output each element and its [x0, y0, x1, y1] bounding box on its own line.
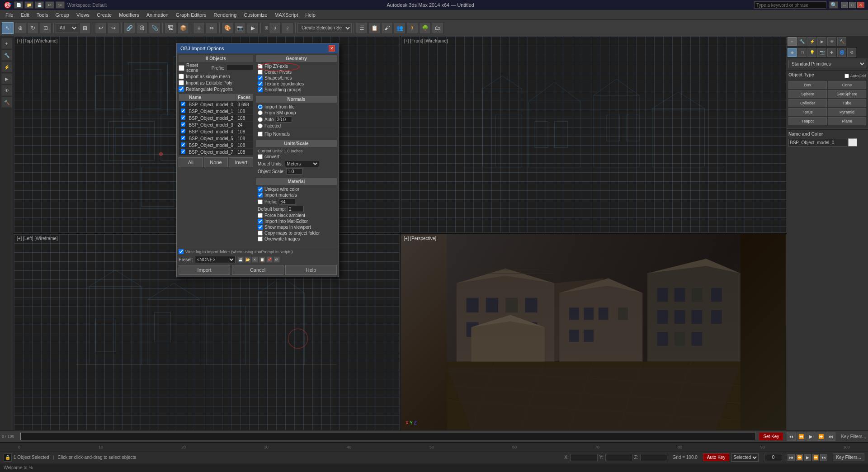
- minimize-button[interactable]: ─: [841, 2, 848, 8]
- menu-tools[interactable]: Tools: [33, 11, 52, 19]
- preset-save-btn[interactable]: 💾: [237, 256, 244, 263]
- menu-rendering[interactable]: Rendering: [210, 11, 241, 19]
- save-btn[interactable]: 💾: [35, 1, 44, 9]
- geometry-subtab[interactable]: ◆: [788, 48, 797, 57]
- editable-poly-checkbox[interactable]: [179, 80, 184, 85]
- modify-panel-tab[interactable]: 🔧: [797, 37, 807, 46]
- obj-teapot[interactable]: Teapot: [788, 117, 827, 125]
- menu-file[interactable]: File: [2, 11, 17, 19]
- goto-start-btn[interactable]: ⏮: [787, 432, 796, 441]
- table-row[interactable]: BSP_Object_model_0 3.698: [179, 101, 253, 108]
- flip-zy-checkbox[interactable]: [258, 64, 263, 69]
- hierarchy-panel[interactable]: ⚡: [1, 61, 12, 72]
- create-panel[interactable]: +: [1, 38, 12, 49]
- preset-select[interactable]: <NONE>: [195, 256, 236, 263]
- obj-pyramid[interactable]: Pyramid: [828, 108, 866, 116]
- y-coord[interactable]: [605, 454, 632, 461]
- layer-mgr[interactable]: 📋: [368, 22, 380, 34]
- object-name-input[interactable]: [788, 139, 847, 146]
- import-materials-checkbox[interactable]: [258, 193, 263, 198]
- unlink-tool[interactable]: ⛓: [136, 22, 148, 34]
- prefix-input[interactable]: [226, 65, 253, 71]
- link-tool[interactable]: 🔗: [123, 22, 135, 34]
- normals-sm-radio[interactable]: [258, 110, 263, 115]
- move-tool[interactable]: ⊕: [14, 22, 26, 34]
- workspaces-btn[interactable]: 🗂: [432, 22, 443, 34]
- new-btn[interactable]: 📄: [14, 1, 23, 9]
- shapes-lines-checkbox[interactable]: [258, 76, 263, 80]
- model-units-select[interactable]: Meters Feet Inches Centimeters: [285, 160, 319, 167]
- flip-normals-checkbox[interactable]: [258, 132, 263, 137]
- modify-panel[interactable]: 🔧: [1, 50, 12, 61]
- preset-copy-btn[interactable]: 📋: [259, 256, 265, 263]
- mat-prefix-checkbox[interactable]: [258, 199, 263, 204]
- selected-dropdown[interactable]: Selected: [731, 453, 759, 462]
- default-bump-input[interactable]: [288, 206, 304, 212]
- search-input[interactable]: [754, 1, 826, 9]
- systems-subtab[interactable]: ⚙: [847, 48, 856, 57]
- render-setup[interactable]: 📷: [234, 22, 246, 34]
- lights-subtab[interactable]: 💡: [807, 48, 816, 57]
- normals-faceted-radio[interactable]: [258, 123, 263, 128]
- menu-help[interactable]: Help: [302, 11, 319, 19]
- select-tool[interactable]: ↖: [2, 22, 14, 34]
- menu-graph-editors[interactable]: Graph Editors: [172, 11, 210, 19]
- utility-panel[interactable]: 🔨: [1, 97, 12, 108]
- hierarchy-panel-tab[interactable]: ⚡: [807, 37, 816, 46]
- rotate-tool[interactable]: ↻: [27, 22, 39, 34]
- menu-edit[interactable]: Edit: [17, 11, 33, 19]
- center-pivots-checkbox[interactable]: [258, 70, 263, 75]
- menu-views[interactable]: Views: [73, 11, 93, 19]
- menu-maxscript[interactable]: MAXScript: [271, 11, 302, 19]
- smoothing-groups-checkbox[interactable]: [258, 87, 263, 92]
- preset-paste-btn[interactable]: 📌: [266, 256, 273, 263]
- populate-btn[interactable]: 👥: [394, 22, 406, 34]
- pb-play[interactable]: ▶: [804, 454, 811, 461]
- mat-prefix-input[interactable]: [279, 198, 295, 205]
- viewport-perspective[interactable]: [+] [Perspective]: [401, 234, 787, 430]
- object-scale-input[interactable]: [286, 168, 302, 175]
- none-button[interactable]: None: [204, 157, 228, 167]
- key-filters-label[interactable]: Key Filters...: [841, 434, 866, 439]
- preset-reset-btn[interactable]: ↺: [274, 256, 280, 263]
- table-row[interactable]: BSP_Object_model_3 24: [179, 122, 253, 128]
- next-frame-btn[interactable]: ⏩: [816, 432, 826, 441]
- align-btn[interactable]: ≡: [193, 22, 205, 34]
- force-black-checkbox[interactable]: [258, 213, 263, 218]
- search-icon[interactable]: 🔍: [829, 1, 838, 9]
- overwrite-images-checkbox[interactable]: [258, 236, 263, 241]
- menu-modifiers[interactable]: Modifiers: [115, 11, 143, 19]
- display-panel-tab[interactable]: 👁: [827, 37, 836, 46]
- snap-toggle[interactable]: ⊞: [79, 22, 91, 34]
- help-button[interactable]: Help: [285, 265, 337, 275]
- create-panel-tab[interactable]: +: [788, 37, 797, 46]
- obj-plane[interactable]: Plane: [828, 117, 866, 125]
- dialog-close-button[interactable]: ✕: [329, 45, 335, 52]
- quick-render[interactable]: ▶: [247, 22, 259, 34]
- helpers-subtab[interactable]: ✚: [827, 48, 836, 57]
- normals-import-radio[interactable]: [258, 104, 263, 109]
- hierarchy-btn[interactable]: 🏗: [165, 22, 176, 34]
- motion-panel[interactable]: ▶: [1, 73, 12, 84]
- pb-end[interactable]: ⏭: [820, 454, 827, 461]
- show-maps-checkbox[interactable]: [258, 225, 263, 230]
- key-filters-button[interactable]: Key Filters...: [833, 453, 864, 461]
- redo-btn[interactable]: ↪: [56, 1, 65, 9]
- unique-wire-color-checkbox[interactable]: [258, 187, 263, 192]
- obj-sphere[interactable]: Sphere: [788, 90, 827, 98]
- pb-prev[interactable]: ⏪: [796, 454, 803, 461]
- preset-delete-btn[interactable]: ✕: [252, 256, 258, 263]
- pb-next[interactable]: ⏩: [812, 454, 819, 461]
- obj-geosphere[interactable]: GeoSphere: [828, 90, 866, 98]
- scale-tool[interactable]: ⊡: [40, 22, 52, 34]
- close-button[interactable]: ✕: [857, 2, 864, 8]
- view-select[interactable]: All: [56, 23, 78, 33]
- snap-2d[interactable]: 2: [282, 22, 293, 34]
- bind-space[interactable]: 📎: [149, 22, 160, 34]
- import-button[interactable]: Import: [179, 265, 230, 275]
- convert-checkbox[interactable]: [258, 154, 263, 159]
- invert-button[interactable]: Invert: [229, 157, 253, 167]
- all-button[interactable]: All: [179, 157, 203, 167]
- write-log-checkbox[interactable]: [179, 249, 184, 254]
- set-key-button[interactable]: Set Key: [759, 433, 783, 440]
